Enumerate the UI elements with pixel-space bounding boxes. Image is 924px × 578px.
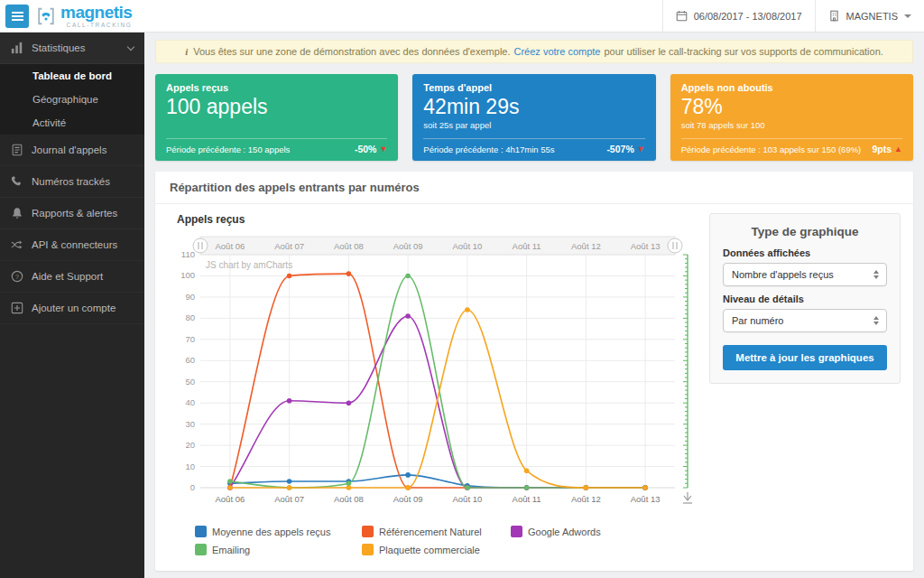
kpi-delta: 9pts▲ bbox=[872, 144, 902, 154]
sidebar-subitem[interactable]: Géographique bbox=[0, 88, 144, 111]
download-icon[interactable] bbox=[683, 492, 692, 503]
svg-text:?: ? bbox=[15, 274, 19, 280]
scrollbar-handle[interactable] bbox=[668, 238, 682, 253]
svg-text:Août 12: Août 12 bbox=[571, 241, 601, 251]
journal-icon bbox=[11, 144, 23, 156]
svg-text:Août 08: Août 08 bbox=[334, 241, 364, 251]
sidebar-item-label: Ajouter un compte bbox=[32, 303, 116, 313]
svg-text:Août 12: Août 12 bbox=[571, 494, 601, 504]
kpi-card: Appels non aboutis78%soit 78 appels sur … bbox=[670, 74, 913, 161]
svg-text:Août 10: Août 10 bbox=[453, 241, 483, 251]
update-charts-button[interactable]: Mettre à jour les graphiques bbox=[723, 345, 887, 370]
kpi-previous: Période précédente : 150 appels bbox=[166, 144, 290, 154]
svg-text:Août 08: Août 08 bbox=[334, 494, 364, 504]
svg-text:30: 30 bbox=[185, 419, 195, 429]
arrow-up-icon: ▲ bbox=[894, 144, 902, 154]
legend-label: Référencement Naturel bbox=[379, 527, 482, 537]
legend-label: Plaquette commerciale bbox=[379, 545, 480, 555]
help-icon: ? bbox=[11, 270, 23, 283]
data-shown-select[interactable]: Nombre d'appels reçus bbox=[723, 263, 887, 286]
detail-level-select[interactable]: Par numéro bbox=[723, 309, 887, 332]
hamburger-icon bbox=[12, 15, 23, 17]
sidebar-item[interactable]: ?Aide et Support bbox=[0, 261, 144, 293]
data-shown-label: Données affichées bbox=[723, 247, 887, 258]
sidebar-item-label: Rapports & alertes bbox=[32, 208, 117, 219]
legend-item[interactable]: Google Adwords bbox=[511, 526, 673, 537]
svg-text:Août 11: Août 11 bbox=[513, 494, 541, 504]
svg-text:Août 09: Août 09 bbox=[393, 241, 423, 251]
legend-item[interactable]: Moyenne des appels reçus bbox=[195, 526, 362, 537]
svg-text:0: 0 bbox=[190, 482, 195, 492]
logo[interactable]: magnetis CALL-TRACKING bbox=[36, 0, 132, 32]
calendar-icon bbox=[676, 10, 688, 22]
kpi-title: Appels reçus bbox=[166, 82, 387, 93]
sidebar-item-label: Statistiques bbox=[32, 42, 85, 53]
app-header: magnetis CALL-TRACKING 06/08/2017 - 13/0… bbox=[0, 0, 924, 33]
kpi-value: 78% bbox=[681, 95, 902, 119]
header-spacer bbox=[132, 0, 661, 32]
account-menu[interactable]: MAGNETIS bbox=[815, 0, 924, 32]
logo-tagline: CALL-TRACKING bbox=[60, 22, 132, 28]
svg-text:Août 07: Août 07 bbox=[274, 494, 304, 504]
logo-name: magnetis bbox=[60, 4, 132, 21]
legend-swatch bbox=[511, 526, 522, 537]
kpi-previous-row: Période précédente : 150 appels-50%▼ bbox=[166, 138, 387, 154]
kpi-value: 42min 29s bbox=[423, 95, 644, 119]
kpi-card: Appels reçus100 appelsPériode précédente… bbox=[155, 74, 398, 161]
chart-legend: Moyenne des appels reçusRéférencement Na… bbox=[195, 526, 673, 555]
menu-toggle-button[interactable] bbox=[5, 5, 29, 28]
legend-swatch bbox=[195, 526, 207, 537]
select-stepper-icon bbox=[869, 316, 882, 325]
svg-text:Août 10: Août 10 bbox=[453, 494, 483, 504]
demo-banner: i Vous êtes sur une zone de démonstratio… bbox=[155, 40, 913, 63]
sidebar-item[interactable]: Ajouter un compte bbox=[0, 293, 144, 324]
svg-text:50: 50 bbox=[185, 377, 195, 387]
kpi-title: Appels non aboutis bbox=[681, 82, 902, 93]
kpi-card: Temps d'appel42min 29ssoit 25s par appel… bbox=[412, 74, 655, 161]
sidebar-subitem[interactable]: Tableau de bord bbox=[0, 64, 144, 88]
svg-text:20: 20 bbox=[185, 440, 195, 450]
chevron-down-icon bbox=[904, 14, 911, 22]
phone-icon bbox=[11, 175, 23, 188]
svg-text:JS chart by amCharts: JS chart by amCharts bbox=[206, 260, 292, 270]
legend-label: Emailing bbox=[212, 545, 250, 555]
alerts-icon bbox=[11, 207, 23, 219]
sidebar-item-label: Aide et Support bbox=[32, 271, 103, 282]
date-range-label: 06/08/2017 - 13/08/2017 bbox=[694, 11, 802, 22]
sidebar-item-label: Numéros trackés bbox=[32, 176, 110, 187]
select-stepper-icon bbox=[869, 270, 882, 279]
arrow-down-icon: ▼ bbox=[637, 144, 645, 154]
sidebar-section: StatistiquesTableau de bordGéographiqueA… bbox=[0, 33, 144, 135]
scrollbar-handle[interactable] bbox=[193, 238, 208, 253]
kpi-previous: Période précédente : 103 appels sur 150 … bbox=[681, 144, 862, 154]
chart-options-card: Type de graphique Données affichées Nomb… bbox=[709, 213, 901, 384]
svg-text:Août 06: Août 06 bbox=[216, 241, 245, 251]
legend-swatch bbox=[195, 544, 207, 555]
legend-item[interactable]: Référencement Naturel bbox=[362, 526, 511, 537]
sidebar-item[interactable]: Numéros trackés bbox=[0, 166, 144, 198]
sidebar-item[interactable]: Journal d'appels bbox=[0, 135, 144, 166]
chevron-down-icon bbox=[127, 42, 134, 50]
svg-text:80: 80 bbox=[185, 312, 195, 322]
sidebar: StatistiquesTableau de bordGéographiqueA… bbox=[0, 33, 144, 578]
legend-item[interactable]: Emailing bbox=[195, 544, 362, 555]
sidebar-subitem[interactable]: Activité bbox=[0, 111, 144, 135]
arrow-down-icon: ▼ bbox=[379, 144, 387, 154]
sidebar-item[interactable]: API & connecteurs bbox=[0, 229, 144, 261]
calls-chart: Août 06Août 07Août 08Août 09Août 10Août … bbox=[168, 228, 709, 518]
sidebar-item-label: Journal d'appels bbox=[32, 144, 106, 155]
banner-text-after: pour utiliser le call-tracking sur vos s… bbox=[604, 46, 882, 57]
legend-item[interactable]: Plaquette commerciale bbox=[362, 544, 511, 555]
sidebar-item[interactable]: Statistiques bbox=[0, 33, 144, 64]
panel-body: Appels reçus Août 06Août 07Août 08Août 0… bbox=[155, 204, 913, 571]
svg-text:60: 60 bbox=[185, 355, 195, 365]
data-shown-value: Nombre d'appels reçus bbox=[732, 269, 834, 280]
date-range-picker[interactable]: 06/08/2017 - 13/08/2017 bbox=[662, 0, 815, 32]
svg-text:40: 40 bbox=[185, 397, 195, 407]
create-account-link[interactable]: Créez votre compte bbox=[514, 46, 601, 57]
main-content: i Vous êtes sur une zone de démonstratio… bbox=[144, 33, 924, 578]
logo-phone-icon bbox=[36, 6, 56, 26]
svg-text:Août 07: Août 07 bbox=[274, 241, 304, 251]
legend-swatch bbox=[362, 526, 374, 537]
sidebar-item[interactable]: Rapports & alertes bbox=[0, 198, 144, 229]
